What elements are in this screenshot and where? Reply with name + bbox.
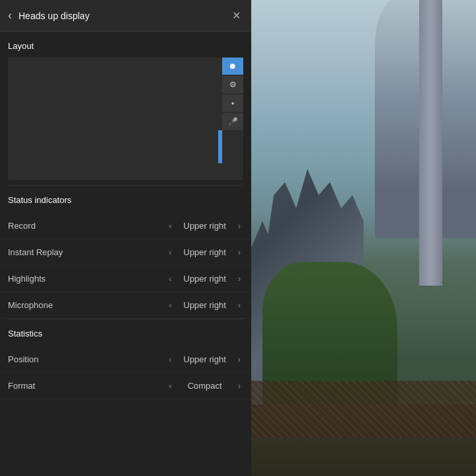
instant-replay-chevron-right[interactable]: › bbox=[235, 246, 243, 258]
layout-blue-bar bbox=[218, 130, 222, 163]
position-chevron-right[interactable]: › bbox=[235, 353, 243, 366]
panel-header: ‹ Heads up display ✕ bbox=[0, 0, 251, 32]
microphone-label: Microphone bbox=[8, 300, 166, 310]
settings-layout-icon[interactable]: ⚙ bbox=[222, 76, 243, 93]
instant-replay-chevron-left[interactable]: ‹ bbox=[166, 246, 174, 258]
highlights-label: Highlights bbox=[8, 274, 166, 284]
position-chevron-left[interactable]: ‹ bbox=[166, 353, 174, 366]
back-button[interactable]: ‹ bbox=[8, 9, 12, 22]
game-background bbox=[251, 0, 476, 476]
highlights-value: Upper right bbox=[178, 274, 231, 284]
statistics-title: Statistics bbox=[8, 329, 243, 338]
microphone-chevron-left[interactable]: ‹ bbox=[166, 299, 174, 311]
highlights-chevron-left[interactable]: ‹ bbox=[166, 272, 174, 285]
layout-section: Layout ⏺ ⚙ ▪ 🎤 bbox=[0, 32, 251, 185]
position-control: ‹ Upper right › bbox=[166, 353, 243, 366]
status-indicators-section: Status indicators bbox=[0, 186, 251, 213]
statistics-section: Statistics bbox=[0, 319, 251, 346]
status-indicators-title: Status indicators bbox=[8, 195, 243, 205]
debris bbox=[251, 381, 476, 438]
tower bbox=[419, 0, 442, 286]
layout-preview: ⏺ ⚙ ▪ 🎤 bbox=[8, 58, 243, 180]
mic-layout-icon[interactable]: 🎤 bbox=[222, 113, 243, 130]
position-row: Position ‹ Upper right › bbox=[0, 346, 251, 373]
format-row: Format ‹ Compact › bbox=[0, 373, 251, 399]
microphone-value: Upper right bbox=[178, 300, 231, 310]
instant-replay-label: Instant Replay bbox=[8, 247, 166, 257]
record-chevron-right[interactable]: › bbox=[235, 219, 243, 232]
highlights-control: ‹ Upper right › bbox=[166, 272, 243, 285]
instant-replay-row: Instant Replay ‹ Upper right › bbox=[0, 239, 251, 266]
record-label: Record bbox=[8, 221, 166, 231]
record-row: Record ‹ Upper right › bbox=[0, 213, 251, 239]
position-label: Position bbox=[8, 354, 166, 364]
microphone-row: Microphone ‹ Upper right › bbox=[0, 292, 251, 319]
format-control: ‹ Compact › bbox=[166, 379, 243, 392]
record-value: Upper right bbox=[178, 221, 231, 231]
format-value: Compact bbox=[178, 381, 231, 391]
layout-icons-column: ⏺ ⚙ ▪ 🎤 bbox=[222, 58, 243, 130]
highlights-chevron-right[interactable]: › bbox=[235, 272, 243, 285]
close-button[interactable]: ✕ bbox=[229, 7, 243, 24]
camera-layout-icon[interactable]: ▪ bbox=[222, 95, 243, 112]
layout-title: Layout bbox=[8, 41, 243, 51]
instant-replay-value: Upper right bbox=[178, 247, 231, 257]
panel-title: Heads up display bbox=[19, 11, 229, 21]
format-chevron-right[interactable]: › bbox=[235, 379, 243, 392]
left-panel: ‹ Heads up display ✕ Layout ⏺ ⚙ ▪ 🎤 Stat… bbox=[0, 0, 251, 476]
format-label: Format bbox=[8, 381, 166, 391]
instant-replay-control: ‹ Upper right › bbox=[166, 246, 243, 258]
microphone-chevron-right[interactable]: › bbox=[235, 299, 243, 311]
microphone-control: ‹ Upper right › bbox=[166, 299, 243, 311]
highlights-row: Highlights ‹ Upper right › bbox=[0, 266, 251, 292]
record-chevron-left[interactable]: ‹ bbox=[166, 219, 174, 232]
position-value: Upper right bbox=[178, 354, 231, 364]
record-control: ‹ Upper right › bbox=[166, 219, 243, 232]
format-chevron-left[interactable]: ‹ bbox=[166, 379, 174, 392]
record-layout-icon[interactable]: ⏺ bbox=[222, 58, 243, 75]
